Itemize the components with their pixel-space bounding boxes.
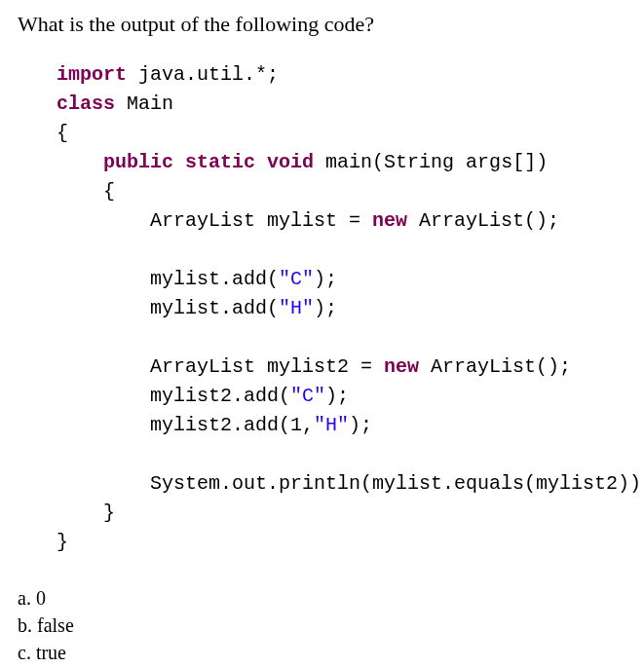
code-text: mylist2.add( bbox=[57, 385, 290, 407]
string-literal: "H" bbox=[314, 414, 349, 436]
code-text: ArrayList(); bbox=[407, 209, 559, 232]
code-text: Main bbox=[115, 93, 173, 115]
code-text: ); bbox=[325, 385, 349, 407]
keyword-void: void bbox=[267, 151, 314, 173]
code-text: { bbox=[57, 122, 68, 144]
code-text: ArrayList mylist = bbox=[57, 209, 372, 232]
question-text: What is the output of the following code… bbox=[18, 12, 626, 37]
string-literal: "C" bbox=[290, 385, 325, 407]
code-text: { bbox=[57, 180, 115, 203]
code-text: main(String args[]) bbox=[314, 151, 548, 173]
code-text: ); bbox=[349, 414, 372, 436]
code-text: ArrayList mylist2 = bbox=[57, 355, 384, 378]
code-text: } bbox=[57, 531, 68, 553]
code-text: ); bbox=[314, 268, 337, 290]
code-text: ); bbox=[314, 297, 337, 319]
answer-option-c: c. true bbox=[18, 639, 626, 666]
answer-option-a: a. 0 bbox=[18, 584, 626, 612]
string-literal: "H" bbox=[279, 297, 314, 319]
code-text: mylist.add( bbox=[57, 268, 279, 290]
keyword-new: new bbox=[384, 355, 419, 378]
keyword-public: public bbox=[103, 151, 173, 173]
code-text: mylist.add( bbox=[57, 297, 279, 319]
code-block: import java.util.*; class Main { public … bbox=[57, 60, 626, 557]
answer-options: a. 0 b. false c. true d. 1 bbox=[18, 584, 626, 668]
answer-option-b: b. false bbox=[18, 612, 626, 639]
code-text: } bbox=[57, 501, 115, 524]
string-literal: "C" bbox=[279, 268, 314, 290]
code-text: mylist2.add(1, bbox=[57, 414, 314, 436]
code-text: System.out.println(mylist.equals(mylist2… bbox=[57, 472, 644, 495]
keyword-static: static bbox=[185, 151, 255, 173]
keyword-class: class bbox=[57, 93, 115, 115]
keyword-new: new bbox=[372, 209, 407, 232]
code-text: java.util.*; bbox=[127, 63, 279, 86]
code-text: ArrayList(); bbox=[419, 355, 571, 378]
keyword-import: import bbox=[57, 63, 127, 86]
